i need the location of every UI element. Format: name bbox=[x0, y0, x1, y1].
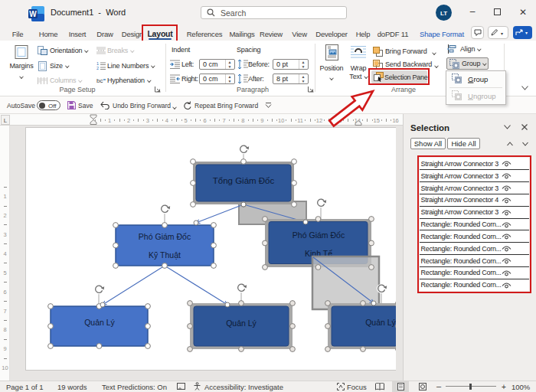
svg-text:Phó Giám Đốc: Phó Giám Đốc bbox=[293, 230, 345, 240]
svg-text:Quản Lý: Quản Lý bbox=[365, 318, 396, 327]
svg-text:Phó Giám Đốc: Phó Giám Đốc bbox=[139, 232, 191, 241]
svg-text:Quản Lý: Quản Lý bbox=[226, 318, 257, 328]
svg-text:2: 2 bbox=[96, 66, 99, 70]
svg-text:Kỹ Thuật: Kỹ Thuật bbox=[149, 250, 181, 260]
svg-text:W: W bbox=[29, 10, 37, 18]
svg-text:Tổng Giám Đốc: Tổng Giám Đốc bbox=[213, 176, 275, 185]
svg-text:Quản Lý: Quản Lý bbox=[84, 318, 115, 327]
svg-text:bc: bc bbox=[96, 77, 103, 84]
